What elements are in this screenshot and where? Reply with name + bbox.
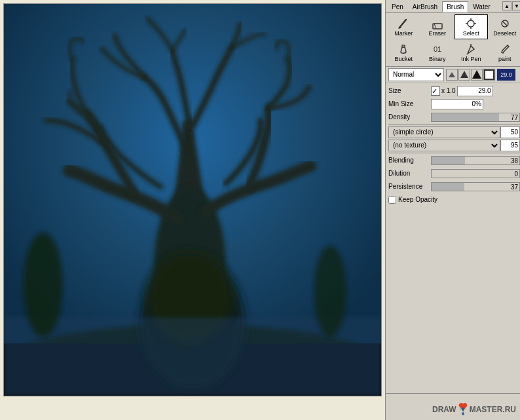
svg-point-7 bbox=[24, 233, 63, 337]
blending-value: 38 bbox=[511, 157, 518, 165]
density-slider[interactable]: 77 bbox=[431, 113, 520, 122]
min-size-label: Min Size bbox=[388, 100, 431, 107]
density-label: Density bbox=[388, 113, 431, 121]
svg-rect-20 bbox=[402, 45, 405, 47]
dilution-slider[interactable]: 0 bbox=[431, 169, 520, 178]
binary-icon: 01 bbox=[430, 42, 445, 56]
eraser-icon bbox=[430, 16, 445, 31]
svg-point-8 bbox=[314, 246, 346, 337]
texture-dropdown-row: (no texture) Canvas Paper 95 bbox=[388, 140, 520, 151]
binary-label: Binary bbox=[429, 56, 446, 63]
size-multiplier: x 1.0 bbox=[441, 87, 456, 94]
size-display: 29.0 bbox=[497, 69, 515, 81]
tool-select[interactable]: Select bbox=[455, 14, 488, 39]
texture-select[interactable]: (no texture) Canvas Paper bbox=[388, 140, 500, 151]
bottom-area: DRAW MASTER.RU bbox=[386, 393, 520, 420]
options-row: Normal Multiply Screen Overlay bbox=[386, 67, 520, 83]
svg-marker-25 bbox=[472, 70, 481, 79]
size-row: Size ✓ x 1.0 bbox=[388, 85, 520, 97]
svg-line-10 bbox=[399, 28, 401, 28]
blending-row: Blending 38 bbox=[388, 155, 520, 166]
param-section: Size ✓ x 1.0 Min Size Density 77 bbox=[386, 83, 520, 209]
size-input[interactable] bbox=[457, 86, 493, 96]
tool-bucket[interactable]: Bucket bbox=[387, 40, 420, 65]
tab-water[interactable]: Water bbox=[468, 1, 494, 12]
tab-brush[interactable]: Brush bbox=[442, 1, 468, 12]
shape-value: 50 bbox=[500, 126, 520, 138]
density-row: Density 77 bbox=[388, 111, 520, 123]
svg-point-13 bbox=[468, 20, 474, 27]
select-icon bbox=[464, 16, 478, 31]
tool-deselect[interactable]: Deselect bbox=[489, 14, 521, 39]
blend-mode-select[interactable]: Normal Multiply Screen Overlay bbox=[388, 68, 444, 81]
tool-marker[interactable]: Marker bbox=[387, 14, 420, 39]
deselect-icon bbox=[498, 16, 512, 31]
bucket-icon bbox=[396, 42, 411, 56]
keep-opacity-row: Keep Opacity bbox=[388, 194, 520, 206]
svg-line-9 bbox=[399, 20, 406, 28]
marker-label: Marker bbox=[394, 31, 413, 37]
ink-pen-label: Ink Pen bbox=[461, 56, 481, 63]
paint-icon bbox=[498, 42, 512, 56]
tab-pen[interactable]: Pen bbox=[387, 1, 408, 12]
canvas-area[interactable] bbox=[3, 3, 382, 396]
paint-label: paint bbox=[498, 56, 511, 63]
size-checkbox[interactable]: ✓ bbox=[431, 86, 440, 96]
svg-line-12 bbox=[434, 24, 436, 29]
watermark-draw: DRAW bbox=[432, 405, 456, 414]
svg-rect-26 bbox=[485, 71, 493, 79]
shape-btn-medium[interactable] bbox=[458, 69, 470, 81]
persistence-row: Persistence 37 bbox=[388, 181, 520, 193]
persistence-label: Persistence bbox=[388, 183, 431, 190]
tool-paint[interactable]: paint bbox=[489, 40, 521, 65]
tab-airbrush[interactable]: AirBrush bbox=[408, 1, 442, 12]
keep-opacity-checkbox[interactable] bbox=[388, 196, 396, 204]
tool-tabs: Pen AirBrush Brush Water ▲ ▼ bbox=[386, 0, 520, 13]
density-value: 77 bbox=[511, 113, 518, 122]
min-size-input[interactable] bbox=[431, 99, 483, 109]
watermark-bird-icon bbox=[457, 402, 469, 417]
shape-btn-square[interactable] bbox=[483, 69, 495, 81]
tool-eraser[interactable]: Eraser bbox=[421, 14, 455, 39]
dilution-value: 0 bbox=[514, 170, 518, 178]
ink-pen-icon bbox=[464, 42, 478, 56]
keep-opacity-label: Keep Opacity bbox=[398, 196, 437, 203]
persistence-slider[interactable]: 37 bbox=[431, 182, 520, 191]
eraser-label: Eraser bbox=[428, 31, 446, 37]
scroll-down-arrow[interactable]: ▼ bbox=[512, 1, 520, 10]
svg-text:01: 01 bbox=[434, 45, 441, 53]
blending-slider[interactable]: 38 bbox=[431, 156, 520, 165]
marker-icon bbox=[396, 16, 411, 31]
tool-grid: Marker Eraser Select bbox=[386, 13, 520, 67]
blending-label: Blending bbox=[388, 157, 431, 164]
dilution-row: Dilution 0 bbox=[388, 168, 520, 180]
min-size-row: Min Size bbox=[388, 98, 520, 110]
shape-buttons bbox=[446, 69, 495, 81]
shape-dropdown-row: (simple circle) (hard circle) (fuzzy cir… bbox=[388, 126, 520, 138]
select-label: Select bbox=[463, 31, 479, 37]
right-panel: Pen AirBrush Brush Water ▲ ▼ M bbox=[385, 0, 520, 420]
svg-marker-24 bbox=[460, 71, 468, 78]
svg-line-19 bbox=[503, 22, 507, 26]
tool-ink-pen[interactable]: Ink Pen bbox=[455, 40, 488, 65]
deselect-label: Deselect bbox=[493, 31, 516, 37]
tool-binary[interactable]: 01 Binary bbox=[421, 40, 455, 65]
size-label: Size bbox=[388, 87, 431, 94]
dilution-label: Dilution bbox=[388, 170, 431, 177]
svg-marker-23 bbox=[449, 72, 455, 77]
app-container: Pen AirBrush Brush Water ▲ ▼ M bbox=[0, 0, 520, 420]
shape-select[interactable]: (simple circle) (hard circle) (fuzzy cir… bbox=[388, 126, 500, 138]
watermark-master: MASTER.RU bbox=[470, 405, 516, 414]
texture-value: 95 bbox=[500, 140, 520, 151]
shape-btn-large[interactable] bbox=[471, 69, 483, 81]
shape-btn-small[interactable] bbox=[446, 69, 458, 81]
canvas-drawing bbox=[4, 4, 381, 396]
bucket-label: Bucket bbox=[394, 56, 413, 63]
watermark: DRAW MASTER.RU bbox=[432, 402, 516, 417]
scroll-up-arrow[interactable]: ▲ bbox=[502, 1, 511, 10]
persistence-value: 37 bbox=[511, 183, 518, 191]
